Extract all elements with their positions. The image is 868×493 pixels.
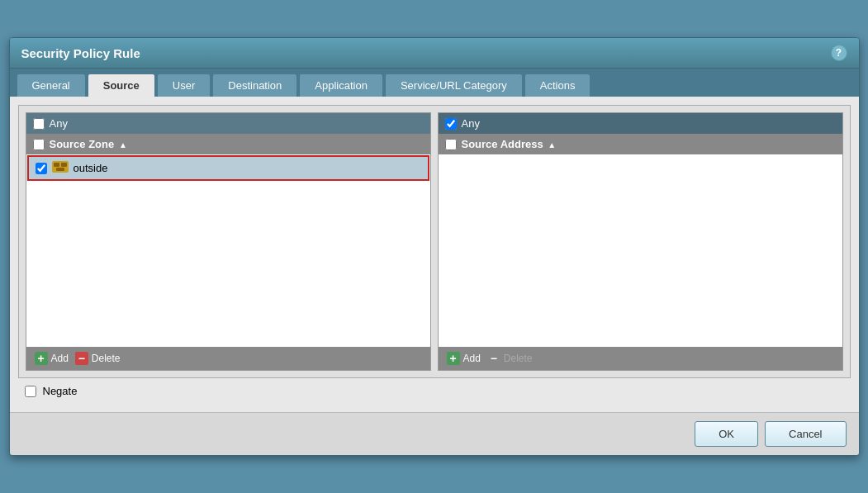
sort-arrow-icon: ▲ — [548, 140, 556, 149]
source-address-header-label: Source Address ▲ — [462, 138, 557, 150]
svg-rect-3 — [56, 168, 64, 171]
negate-checkbox[interactable] — [25, 386, 36, 397]
source-address-delete-button: − Delete — [487, 352, 533, 365]
source-zone-delete-button[interactable]: − Delete — [75, 352, 121, 365]
source-address-header-row: Source Address ▲ — [439, 134, 842, 154]
dialog-title-bar: Security Policy Rule ? — [10, 38, 859, 69]
source-address-panel: Any Source Address ▲ + Add — [438, 112, 843, 371]
dialog-title-text: Security Policy Rule — [21, 46, 140, 60]
negate-row: Negate — [18, 378, 851, 404]
tab-actions[interactable]: Actions — [524, 73, 591, 97]
security-policy-dialog: Security Policy Rule ? General Source Us… — [9, 37, 860, 456]
source-zone-add-button[interactable]: + Add — [35, 352, 69, 365]
zone-icon — [52, 161, 69, 175]
panels-container: Any Source Zone ▲ — [18, 105, 851, 378]
source-zone-panel: Any Source Zone ▲ — [26, 112, 431, 371]
svg-rect-1 — [54, 163, 59, 167]
source-address-any-row: Any — [439, 113, 842, 134]
help-icon[interactable]: ? — [831, 45, 847, 61]
source-zone-panel-footer: + Add − Delete — [26, 347, 430, 370]
tab-user[interactable]: User — [157, 73, 211, 97]
negate-label: Negate — [43, 385, 78, 397]
source-zone-header-label: Source Zone ▲ — [50, 138, 127, 150]
tab-general[interactable]: General — [17, 73, 86, 97]
source-address-header-checkbox[interactable] — [445, 139, 457, 150]
source-address-any-label: Any — [462, 117, 480, 130]
tab-bar: General Source User Destination Applicat… — [10, 69, 859, 97]
source-zone-any-label: Any — [50, 117, 68, 130]
tab-content: Any Source Zone ▲ — [10, 97, 859, 412]
dialog-footer: OK Cancel — [10, 412, 859, 455]
tab-destination[interactable]: Destination — [212, 73, 297, 97]
minus-icon: − — [75, 352, 88, 365]
source-address-add-button[interactable]: + Add — [447, 352, 481, 365]
tab-service-url[interactable]: Service/URL Category — [385, 73, 523, 97]
plus-icon: + — [35, 352, 48, 365]
source-zone-item-outside[interactable]: outside — [27, 155, 429, 181]
svg-rect-2 — [61, 163, 67, 167]
tab-source[interactable]: Source — [88, 73, 155, 97]
sort-arrow-icon: ▲ — [119, 140, 127, 149]
ok-button[interactable]: OK — [695, 421, 758, 447]
plus-icon: + — [447, 352, 460, 365]
source-zone-panel-body — [26, 182, 430, 347]
source-zone-header-row: Source Zone ▲ — [26, 134, 430, 154]
cancel-button[interactable]: Cancel — [765, 421, 846, 447]
source-address-any-checkbox[interactable] — [445, 118, 457, 130]
tab-application[interactable]: Application — [299, 73, 383, 97]
source-zone-any-checkbox[interactable] — [33, 118, 45, 130]
source-address-panel-footer: + Add − Delete — [439, 347, 842, 370]
minus-icon: − — [487, 352, 500, 365]
source-zone-any-row: Any — [26, 113, 430, 134]
outside-zone-label: outside — [74, 162, 108, 174]
source-address-panel-body — [439, 154, 842, 347]
source-zone-header-checkbox[interactable] — [33, 139, 45, 150]
outside-zone-checkbox[interactable] — [36, 163, 47, 174]
